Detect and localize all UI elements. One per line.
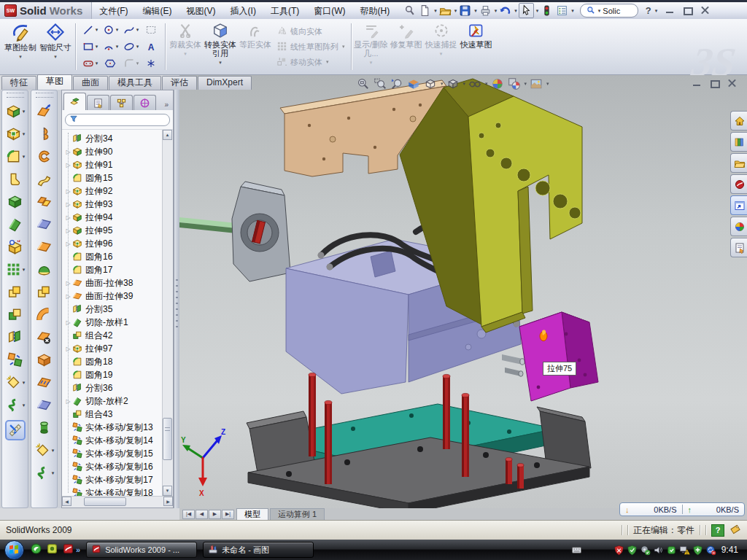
dropdown-arrow[interactable]: ▾ [116, 27, 119, 33]
rebuild-icon[interactable] [540, 4, 554, 18]
tab-dimxpert[interactable]: DimXpert [198, 76, 252, 90]
scroll-down-button[interactable]: ▼ [163, 486, 172, 496]
expand-arrow-icon[interactable]: ▷ [64, 188, 72, 195]
search-dropdown-arrow[interactable]: ▾ [598, 8, 601, 14]
revolved-surface-icon[interactable] [36, 125, 53, 142]
featuremanager-tab[interactable] [63, 93, 86, 110]
scroll-right-button[interactable]: ▶ [163, 497, 173, 506]
tree-item[interactable]: 圆角18 [64, 355, 173, 368]
panel-overflow-chevron[interactable]: » [161, 101, 171, 110]
solidworks-content-tab[interactable] [730, 174, 747, 194]
curved-elbow-icon[interactable] [36, 306, 53, 323]
tree-item[interactable]: 实体-移动/复制14 [64, 434, 173, 447]
offset-surface-icon[interactable] [36, 261, 53, 278]
menu-window[interactable]: 窗口(W) [306, 6, 352, 16]
tab-evaluate[interactable]: 评估 [162, 76, 197, 90]
dropdown-arrow[interactable]: ▾ [23, 154, 26, 160]
view-palette-tab[interactable] [730, 195, 747, 215]
expand-arrow-icon[interactable]: ▷ [64, 228, 72, 234]
mirror-entities-button[interactable]: 镜向实体 [274, 25, 347, 39]
move-copy-body-icon[interactable] [7, 351, 23, 368]
search-input[interactable]: ▾ Solic [580, 4, 638, 18]
part-slide-block[interactable] [519, 312, 598, 401]
quick-tips-icon[interactable]: ? [711, 524, 724, 537]
spline-icon[interactable] [123, 23, 136, 36]
appearances-icon[interactable] [507, 77, 522, 91]
tree-item[interactable]: 圆角17 [64, 263, 173, 276]
toolbar-grip[interactable] [36, 93, 53, 98]
ruled-surface-icon[interactable] [36, 284, 53, 300]
tree-item[interactable]: 圆角16 [64, 250, 173, 263]
replace-face-icon[interactable] [36, 351, 53, 368]
tree-item[interactable]: ▷ 切除-放样2 [64, 394, 173, 408]
help-dropdown-arrow[interactable]: ▾ [655, 8, 658, 14]
sketch-button[interactable]: 草图绘制 ▾ [3, 20, 38, 73]
dropdown-arrow[interactable]: ▾ [184, 50, 187, 58]
sketch-text-icon[interactable]: A [144, 40, 158, 53]
tab-sketch[interactable]: 草图 [37, 74, 72, 90]
tree-vertical-scrollbar[interactable]: ▲ ▼ [162, 130, 173, 496]
menu-edit[interactable]: 编辑(E) [136, 6, 179, 16]
tree-item[interactable]: ▷ 拉伸93 [64, 198, 173, 211]
dropdown-arrow[interactable]: ▾ [23, 267, 26, 273]
filled-surface-icon[interactable] [36, 216, 53, 233]
propertymanager-tab[interactable] [87, 95, 109, 110]
dropdown-arrow[interactable]: ▾ [370, 58, 373, 67]
doc-minimize-button[interactable] [689, 78, 705, 89]
part-guide-rod[interactable] [179, 217, 240, 233]
linear-sketch-pattern-button[interactable]: 线性草图阵列 ▾ [274, 40, 347, 54]
close-button[interactable] [697, 5, 713, 16]
dropdown-arrow[interactable]: ▾ [525, 81, 527, 87]
lofted-surface-icon[interactable] [36, 171, 53, 187]
apply-scene-icon[interactable] [529, 77, 543, 91]
dropdown-arrow[interactable]: ▾ [96, 44, 98, 50]
menu-help[interactable]: 帮助(H) [353, 6, 398, 16]
scrollbar-thumb[interactable] [163, 418, 172, 460]
dropdown-arrow[interactable]: ▾ [536, 8, 539, 14]
tree-item[interactable]: ▷ 拉伸90 [64, 145, 173, 158]
expand-arrow-icon[interactable]: ▷ [64, 346, 72, 352]
dropdown-arrow[interactable]: ▾ [219, 58, 222, 67]
appearances-scenes-tab[interactable] [730, 217, 747, 236]
expand-arrow-icon[interactable]: ▷ [64, 280, 72, 287]
dropdown-arrow[interactable]: ▾ [440, 50, 443, 58]
tree-item[interactable]: 组合42 [64, 329, 173, 342]
expand-arrow-icon[interactable]: ▷ [64, 214, 72, 221]
defender-tray-icon[interactable] [692, 545, 703, 556]
dropdown-arrow[interactable]: ▾ [342, 44, 345, 50]
section-view-icon[interactable] [406, 77, 421, 91]
display-delete-relations-button[interactable]: 显示/删除几... ▾ [354, 20, 389, 73]
freeform-icon[interactable] [34, 442, 51, 459]
thicken-icon[interactable] [36, 419, 53, 436]
polygon-icon[interactable] [104, 57, 117, 70]
minimize-button[interactable] [662, 5, 678, 16]
tree-item[interactable]: ▷ 拉伸92 [64, 184, 173, 198]
model-3d-view[interactable]: Y Z X [179, 75, 747, 508]
expand-arrow-icon[interactable]: ▷ [64, 149, 72, 155]
quick-launch-messenger-icon[interactable] [30, 542, 42, 558]
undo-icon[interactable] [498, 4, 512, 18]
trim-surface-icon[interactable] [36, 397, 53, 413]
view-orientation-icon[interactable] [423, 77, 438, 91]
tag-icon[interactable] [729, 524, 741, 537]
pin-icon[interactable] [403, 4, 417, 18]
tree-item[interactable]: 分割34 [64, 132, 173, 145]
hole-wizard-icon[interactable] [7, 238, 23, 255]
file-explorer-tab[interactable] [730, 153, 747, 173]
dropdown-arrow[interactable]: ▾ [136, 61, 139, 66]
offset-entities-button[interactable]: 等距实体 [238, 20, 273, 73]
dropdown-arrow[interactable]: ▾ [23, 402, 26, 408]
knit-surface-icon[interactable] [36, 374, 53, 391]
select-icon[interactable] [519, 3, 534, 18]
antivirus-tray-icon[interactable] [614, 545, 624, 556]
repair-sketch-button[interactable]: 修复草图 [389, 20, 424, 73]
open-icon[interactable] [438, 4, 452, 18]
solidworks-resources-tab[interactable] [730, 111, 747, 131]
curves-icon[interactable] [5, 397, 22, 413]
dropdown-arrow[interactable]: ▾ [23, 109, 26, 114]
tree-horizontal-scrollbar[interactable]: ◀ ▶ [62, 496, 173, 508]
taskbar-button[interactable]: SolidWorks 2009 - ... [86, 542, 197, 558]
tree-item[interactable]: 组合43 [64, 408, 173, 421]
tree-item[interactable]: 实体-移动/复制13 [64, 421, 173, 434]
linear-pattern-icon[interactable] [5, 261, 22, 278]
